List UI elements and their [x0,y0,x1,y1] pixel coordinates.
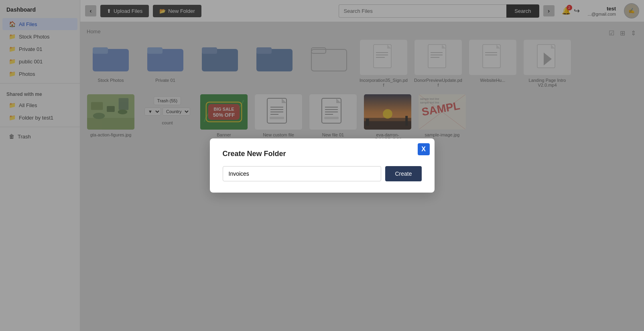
modal-close-button[interactable]: X [418,143,430,155]
folder-name-input[interactable] [223,166,382,181]
modal-overlay[interactable]: Create New Folder X Create [0,0,644,331]
create-folder-modal: Create New Folder X Create [210,138,435,193]
create-folder-button[interactable]: Create [385,166,421,181]
modal-body: Create [223,166,422,181]
modal-title: Create New Folder [223,150,422,158]
